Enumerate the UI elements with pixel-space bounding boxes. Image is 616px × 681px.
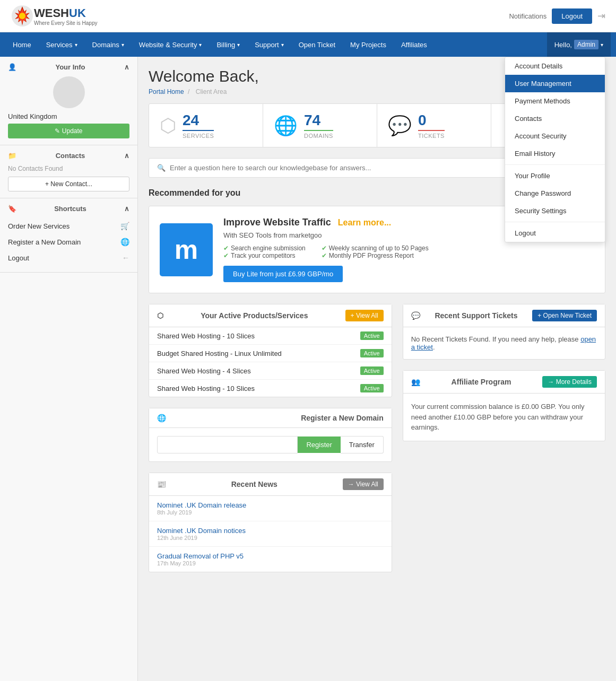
shortcuts-collapse[interactable]: ∧ [124, 205, 129, 213]
nav-home[interactable]: Home [5, 33, 39, 56]
contacts-icon: 📁 [8, 152, 16, 160]
contacts-collapse[interactable]: ∧ [124, 152, 129, 160]
rec-learn-more[interactable]: Learn more... [338, 218, 391, 227]
nav-affiliates[interactable]: Affiliates [394, 33, 435, 56]
support-tickets-panel: 💬 Recent Support Tickets + Open New Tick… [403, 304, 605, 360]
nav-username: Admin [574, 40, 598, 49]
news-icon: 📰 [157, 480, 166, 488]
service-name-2: Budget Shared Hosting - Linux Unlimited [157, 350, 282, 357]
billing-arrow: ▾ [237, 42, 240, 48]
contacts-label: Contacts [56, 152, 85, 160]
table-row[interactable]: Shared Web Hosting - 10 Slices Active [149, 380, 392, 397]
top-bar: WESHUK Where Every Site is Happy Notific… [0, 0, 616, 32]
more-details-button[interactable]: → More Details [542, 376, 597, 388]
sidebar-shortcuts: 🔖 Shortcuts ∧ Order New Services 🛒 Regis… [0, 198, 137, 273]
domains-arrow: ▾ [122, 42, 124, 48]
breadcrumb-portal[interactable]: Portal Home [149, 88, 184, 95]
nav-billing[interactable]: Billing ▾ [209, 33, 247, 56]
svg-point-3 [19, 13, 25, 19]
domain-input[interactable] [157, 436, 298, 453]
sidebar-country: United Kingdom [8, 112, 129, 120]
stat-tickets[interactable]: 💬 0 TICKETS [377, 104, 491, 147]
sidebar-your-info-header: 👤 Your Info ∧ [8, 63, 129, 71]
table-row[interactable]: Shared Web Hosting - 4 Slices Active [149, 362, 392, 380]
view-all-news-button[interactable]: → View All [343, 478, 384, 490]
dropdown-contacts[interactable]: Contacts [505, 110, 605, 127]
shortcut-logout[interactable]: Logout ← [8, 250, 129, 266]
logout-arrow-icon: ← [122, 254, 129, 262]
dropdown-payment-methods[interactable]: Payment Methods [505, 92, 605, 110]
nav-domains[interactable]: Domains ▾ [85, 33, 132, 56]
affiliate-text: Your current commission balance is £0.00… [411, 401, 597, 433]
nav-services[interactable]: Services ▾ [39, 33, 85, 56]
your-info-collapse[interactable]: ∧ [124, 63, 129, 71]
affiliate-icon: 👥 [411, 378, 420, 386]
search-icon: 🔍 [157, 164, 166, 172]
table-row[interactable]: Shared Web Hosting - 10 Slices Active [149, 327, 392, 345]
top-bar-actions: Notifications Logout ⇥ [509, 8, 605, 24]
rec-feature-3: ✔Weekly scanning of up to 50 Pages [322, 245, 429, 252]
open-new-ticket-button[interactable]: + Open New Ticket [532, 310, 597, 321]
dropdown-account-details[interactable]: Account Details [505, 57, 605, 75]
transfer-button[interactable]: Transfer [341, 436, 384, 453]
nav-website-security[interactable]: Website & Security ▾ [132, 33, 210, 56]
dropdown-account-security[interactable]: Account Security [505, 127, 605, 145]
news-title-3[interactable]: Gradual Removal of PHP v5 [157, 552, 384, 560]
logo: WESHUK Where Every Site is Happy [11, 4, 98, 28]
dropdown-security-settings[interactable]: Security Settings [505, 202, 605, 220]
stat-domains[interactable]: 🌐 74 DOMAINS [263, 104, 377, 147]
shortcut-register-domain[interactable]: Register a New Domain 🌐 [8, 234, 129, 250]
logout-button[interactable]: Logout [552, 8, 592, 24]
status-badge-4: Active [360, 384, 384, 392]
shortcut-order-label: Order New Services [8, 222, 70, 230]
website-security-arrow: ▾ [199, 42, 202, 48]
service-name-4: Shared Web Hosting - 10 Slices [157, 385, 255, 392]
new-contact-button[interactable]: + New Contact... [8, 177, 129, 191]
logo-text-wrap: WESHUK Where Every Site is Happy [34, 6, 98, 26]
breadcrumb-sep: / [188, 88, 192, 95]
dropdown-divider-1 [505, 164, 605, 165]
stat-tickets-info: 0 TICKETS [418, 112, 445, 139]
rec-features-right: ✔Weekly scanning of up to 50 Pages ✔Mont… [322, 245, 429, 259]
account-dropdown: Account Details User Management Payment … [505, 57, 605, 242]
nav-support[interactable]: Support ▾ [247, 33, 291, 56]
stat-domains-number: 74 [304, 112, 333, 129]
rec-feature-1: ✔Search engine submission [223, 245, 306, 252]
rec-feature-2: ✔Track your competitors [223, 252, 306, 259]
active-products-header: ⬡ Your Active Products/Services + View A… [149, 304, 392, 327]
dropdown-your-profile[interactable]: Your Profile [505, 167, 605, 185]
affiliate-header: 👥 Affiliate Program → More Details [403, 371, 605, 394]
shortcut-order-services[interactable]: Order New Services 🛒 [8, 218, 129, 234]
no-tickets-text: No Recent Tickets Found. If you need any… [411, 335, 597, 351]
nav-open-ticket[interactable]: Open Ticket [291, 33, 343, 56]
stat-tickets-icon: 💬 [388, 115, 412, 137]
active-products-title: Your Active Products/Services [201, 311, 308, 320]
dropdown-user-management[interactable]: User Management [505, 75, 605, 92]
status-badge-2: Active [360, 349, 384, 357]
stat-services[interactable]: ⬡ 24 SERVICES [149, 104, 263, 147]
news-title-2[interactable]: Nominet .UK Domain notices [157, 527, 384, 535]
active-products-panel: ⬡ Your Active Products/Services + View A… [149, 304, 392, 397]
dropdown-email-history[interactable]: Email History [505, 145, 605, 162]
recent-news-panel: 📰 Recent News → View All Nominet .UK Dom… [149, 473, 392, 572]
news-date-2: 12th June 2019 [157, 535, 384, 541]
col-right: 💬 Recent Support Tickets + Open New Tick… [403, 304, 605, 583]
recent-news-list: Nominet .UK Domain release 8th July 2019… [149, 496, 392, 572]
view-all-button[interactable]: + View All [345, 310, 384, 321]
news-title-1[interactable]: Nominet .UK Domain release [157, 501, 384, 509]
buy-button[interactable]: Buy Lite from just £6.99 GBP/mo [223, 266, 343, 282]
nav-hello[interactable]: Hello, Admin ▾ [547, 32, 611, 57]
dropdown-logout[interactable]: Logout [505, 224, 605, 242]
dropdown-change-password[interactable]: Change Password [505, 185, 605, 202]
stat-services-info: 24 SERVICES [183, 112, 214, 139]
register-button[interactable]: Register [298, 436, 340, 453]
recent-news-header: 📰 Recent News → View All [149, 473, 392, 496]
sidebar-contacts: 📁 Contacts ∧ No Contacts Found + New Con… [0, 145, 137, 198]
rec-features-left: ✔Search engine submission ✔Track your co… [223, 245, 306, 259]
shortcut-register-label: Register a New Domain [8, 238, 81, 246]
table-row[interactable]: Budget Shared Hosting - Linux Unlimited … [149, 345, 392, 362]
exit-icon[interactable]: ⇥ [597, 10, 605, 22]
update-button[interactable]: ✎ Update [8, 124, 129, 138]
notifications-button[interactable]: Notifications [509, 12, 546, 20]
nav-my-projects[interactable]: My Projects [343, 33, 394, 56]
